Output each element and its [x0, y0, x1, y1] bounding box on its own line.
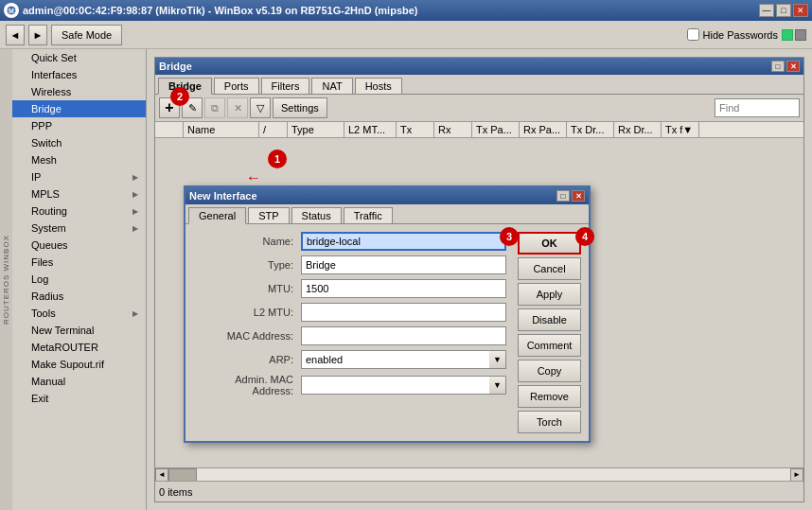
col-type: Type: [288, 122, 344, 137]
form-row-arp: ARP: enabled ▼: [189, 350, 514, 369]
scroll-track[interactable]: [168, 468, 790, 482]
tab-nat[interactable]: NAT: [311, 78, 352, 94]
dialog-tab-general[interactable]: General: [188, 207, 246, 224]
bridge-arrow: ←: [246, 169, 261, 186]
dialog-controls: □ ✕: [556, 190, 585, 202]
copy-action-button[interactable]: Copy: [518, 360, 581, 382]
bridge-toolbar: + 2 ✎ ⧉ ✕ ▽ Settings: [155, 95, 803, 122]
arp-select[interactable]: enabled: [301, 350, 506, 369]
form-row-type: Type:: [189, 255, 514, 274]
light-gray: [795, 29, 806, 41]
hide-passwords-checkbox[interactable]: [687, 28, 699, 41]
sidebar-item-make-supout[interactable]: Make Supout.rif: [12, 356, 146, 373]
svg-text:M: M: [9, 8, 14, 14]
mtu-input[interactable]: [301, 279, 506, 298]
col-tx: Tx: [397, 122, 434, 137]
sidebar-item-bridge[interactable]: Bridge: [12, 100, 146, 117]
comment-button[interactable]: Comment: [518, 334, 581, 357]
sidebar-item-quickset[interactable]: Quick Set: [12, 49, 146, 66]
col-rx: Rx: [434, 122, 472, 137]
torch-button[interactable]: Torch: [518, 411, 581, 433]
dialog-restore-button[interactable]: □: [556, 190, 570, 202]
sidebar-item-queues[interactable]: Queues: [12, 237, 146, 254]
sidebar-item-files[interactable]: Files: [12, 254, 146, 271]
col-checkbox: [155, 122, 184, 137]
scroll-right-button[interactable]: ►: [790, 468, 803, 482]
delete-button: ✕: [227, 97, 248, 118]
tab-ports[interactable]: Ports: [214, 78, 259, 94]
light-green: [782, 29, 793, 41]
table-header: Name / Type L2 MT... Tx Rx Tx Pa... Rx P…: [155, 122, 803, 138]
form-row-name: Name: 3: [189, 232, 514, 251]
routeros-label: RouterOS WinBox: [0, 49, 12, 510]
dialog-tab-bar: General STP Status Traffic: [185, 204, 589, 224]
arp-label: ARP:: [197, 354, 301, 365]
ok-button[interactable]: OK: [518, 232, 581, 255]
remove-button[interactable]: Remove: [518, 385, 581, 408]
apply-button[interactable]: Apply: [518, 283, 581, 306]
safe-mode-button[interactable]: Safe Mode: [51, 25, 122, 45]
sidebar-item-system[interactable]: System▶: [12, 220, 146, 237]
filter-button[interactable]: ▽: [250, 97, 271, 118]
scroll-left-button[interactable]: ◄: [155, 468, 168, 482]
form-row-admin-mac: Admin. MAC Address: ▼: [189, 374, 514, 396]
sidebar-item-radius[interactable]: Radius: [12, 288, 146, 305]
scroll-thumb[interactable]: [168, 468, 197, 482]
form-row-mac: MAC Address:: [189, 326, 514, 345]
col-txf: Tx f▼: [662, 122, 699, 137]
bridge-restore-button[interactable]: □: [771, 61, 785, 72]
col-txpa: Tx Pa...: [472, 122, 520, 137]
close-button[interactable]: ✕: [793, 4, 808, 17]
maximize-button[interactable]: □: [776, 4, 791, 17]
dialog-close-button[interactable]: ✕: [572, 190, 585, 202]
bridge-close-button[interactable]: ✕: [786, 61, 800, 72]
dialog-tab-stp[interactable]: STP: [248, 207, 289, 223]
type-input[interactable]: [301, 255, 506, 274]
sidebar-item-interfaces[interactable]: Interfaces: [12, 66, 146, 83]
sidebar-item-metarouter[interactable]: MetaROUTER: [12, 339, 146, 356]
hide-passwords-label: Hide Passwords: [703, 29, 778, 41]
name-input[interactable]: [301, 232, 506, 251]
sidebar-item-log[interactable]: Log: [12, 271, 146, 288]
arp-select-arrow[interactable]: ▼: [489, 350, 506, 369]
mac-input[interactable]: [301, 326, 506, 345]
admin-mac-select-arrow[interactable]: ▼: [489, 376, 506, 395]
badge-3: 3: [500, 227, 519, 246]
dialog-tab-traffic[interactable]: Traffic: [344, 207, 393, 223]
sidebar-item-switch[interactable]: Switch: [12, 134, 146, 151]
sidebar-item-ppp[interactable]: PPP: [12, 117, 146, 134]
minimize-button[interactable]: —: [759, 4, 774, 17]
dialog-title: New Interface: [189, 190, 257, 202]
type-label: Type:: [197, 259, 301, 271]
tab-filters[interactable]: Filters: [261, 78, 310, 94]
action-buttons: 4 OK Cancel Apply Disable Comment Copy R…: [514, 232, 585, 433]
col-name: Name: [184, 122, 259, 137]
form-fields: Name: 3 Type:: [189, 232, 514, 433]
sidebar-item-manual[interactable]: Manual: [12, 373, 146, 390]
items-count: 0 items: [159, 486, 192, 498]
sidebar-item-routing[interactable]: Routing▶: [12, 202, 146, 220]
l2mtu-input[interactable]: [301, 303, 506, 322]
cancel-button[interactable]: Cancel: [518, 257, 581, 280]
status-bar: 0 items: [155, 481, 803, 501]
sidebar-item-mesh[interactable]: Mesh: [12, 151, 146, 168]
sidebar-item-ip[interactable]: IP▶: [12, 168, 146, 185]
admin-mac-label: Admin. MAC Address:: [197, 374, 301, 396]
settings-button[interactable]: Settings: [273, 97, 327, 118]
sidebar-item-exit[interactable]: Exit: [12, 390, 146, 407]
find-input[interactable]: [715, 98, 800, 117]
arp-select-wrapper: enabled ▼: [301, 350, 506, 369]
admin-mac-select[interactable]: [301, 376, 506, 395]
sidebar-item-mpls[interactable]: MPLS▶: [12, 185, 146, 202]
sidebar-item-tools[interactable]: Tools▶: [12, 305, 146, 322]
badge-2: 2: [170, 87, 189, 106]
forward-button[interactable]: ►: [28, 25, 47, 45]
bridge-tab-bar: Bridge Ports Filters NAT Hosts: [155, 75, 803, 95]
sidebar-item-new-terminal[interactable]: New Terminal: [12, 322, 146, 339]
tab-hosts[interactable]: Hosts: [355, 78, 402, 94]
dialog-tab-status[interactable]: Status: [291, 207, 342, 223]
badge-4: 4: [575, 227, 594, 246]
disable-button[interactable]: Disable: [518, 308, 581, 331]
sidebar-item-wireless[interactable]: Wireless: [12, 83, 146, 100]
back-button[interactable]: ◄: [6, 25, 25, 45]
